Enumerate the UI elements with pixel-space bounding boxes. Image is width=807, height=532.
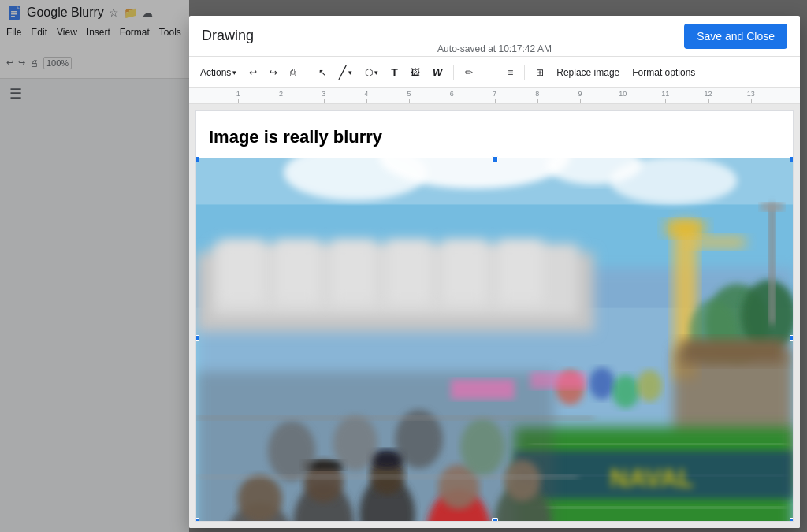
wordart-tool[interactable]: W bbox=[428, 63, 447, 81]
shape-icon: ⬡ bbox=[365, 67, 373, 78]
ruler-number-8: 8 bbox=[535, 90, 539, 98]
canvas-text-label: Image is really blurry bbox=[209, 127, 382, 147]
shape-chevron-icon: ▾ bbox=[374, 69, 378, 76]
selection-handle-mr[interactable] bbox=[790, 335, 794, 341]
image-tool[interactable]: 🖼 bbox=[406, 64, 425, 81]
toolbar-sep-2 bbox=[453, 65, 454, 80]
undo-button[interactable]: ↩ bbox=[244, 64, 262, 81]
drawing-canvas[interactable]: Image is really blurry bbox=[189, 104, 800, 528]
print-icon: ⎙ bbox=[290, 67, 296, 78]
line-style-icon: — bbox=[485, 67, 495, 78]
toolbar-sep-1 bbox=[307, 65, 307, 80]
pen-tool[interactable]: ✏ bbox=[460, 64, 478, 81]
wordart-icon: W bbox=[433, 66, 442, 78]
drawing-modal: Drawing Auto-saved at 10:17:42 AM Save a… bbox=[189, 16, 800, 528]
ruler-number-13: 13 bbox=[747, 90, 755, 98]
modal-title: Drawing bbox=[202, 28, 254, 44]
ruler-number-7: 7 bbox=[493, 90, 496, 98]
pen-icon: ✏ bbox=[465, 67, 473, 78]
format-options-button[interactable]: Format options bbox=[627, 64, 700, 81]
actions-label: Actions bbox=[200, 67, 231, 78]
selection-handle-tc[interactable] bbox=[492, 156, 498, 162]
line-dash-icon: ≡ bbox=[508, 67, 513, 78]
cursor-icon: ↖ bbox=[318, 67, 326, 78]
toolbar-sep-3 bbox=[524, 65, 525, 80]
actions-dropdown[interactable]: Actions ▾ bbox=[195, 64, 241, 81]
ruler-number-9: 9 bbox=[578, 90, 582, 98]
autosave-status: Auto-saved at 10:17:42 AM bbox=[437, 43, 552, 54]
selection-handle-ml[interactable] bbox=[195, 335, 199, 341]
line-chevron-icon: ▾ bbox=[348, 69, 352, 76]
modal-header: Drawing Auto-saved at 10:17:42 AM Save a… bbox=[189, 16, 800, 57]
select-tool[interactable]: ↖ bbox=[314, 64, 331, 81]
selection-handle-br[interactable] bbox=[790, 518, 794, 522]
text-tool[interactable]: T bbox=[386, 63, 403, 82]
format-options-label: Format options bbox=[632, 67, 695, 78]
line-style-tool[interactable]: — bbox=[481, 64, 500, 81]
print-button[interactable]: ⎙ bbox=[285, 64, 300, 81]
selection-handle-tl[interactable] bbox=[195, 156, 199, 162]
line-icon: ╱ bbox=[339, 65, 347, 80]
ruler-number-10: 10 bbox=[619, 90, 627, 98]
crop-tool[interactable]: ⊞ bbox=[531, 64, 549, 81]
redo-icon: ↪ bbox=[270, 67, 277, 78]
save-and-close-button[interactable]: Save and Close bbox=[684, 24, 787, 49]
ruler-number-6: 6 bbox=[450, 90, 454, 98]
image-icon: 🖼 bbox=[411, 67, 420, 78]
ruler-number-11: 11 bbox=[661, 90, 669, 98]
undo-icon: ↩ bbox=[249, 67, 257, 78]
replace-image-label: Replace image bbox=[556, 67, 619, 78]
ruler-number-2: 2 bbox=[279, 90, 283, 98]
ruler-number-3: 3 bbox=[322, 90, 325, 98]
stadium-image[interactable]: NAVAL bbox=[196, 158, 793, 521]
ruler-number-1: 1 bbox=[236, 90, 240, 98]
drawing-toolbar: Actions ▾ ↩ ↪ ⎙ ↖ ╱ ▾ ⬡ ▾ T bbox=[189, 57, 800, 88]
selection-handle-bc[interactable] bbox=[492, 518, 498, 522]
shape-tool[interactable]: ⬡ ▾ bbox=[360, 64, 383, 81]
actions-chevron-icon: ▾ bbox=[232, 69, 236, 76]
selection-handle-tr[interactable] bbox=[790, 156, 794, 162]
line-dash-tool[interactable]: ≡ bbox=[503, 64, 518, 81]
selection-handle-bl[interactable] bbox=[195, 518, 199, 522]
line-tool[interactable]: ╱ ▾ bbox=[334, 61, 357, 83]
ruler-number-4: 4 bbox=[364, 90, 368, 98]
stadium-svg: NAVAL bbox=[196, 158, 793, 521]
drawing-page: Image is really blurry bbox=[195, 110, 794, 522]
crop-icon: ⊞ bbox=[536, 67, 544, 78]
ruler-number-12: 12 bbox=[705, 90, 712, 98]
ruler-number-5: 5 bbox=[407, 90, 411, 98]
replace-image-button[interactable]: Replace image bbox=[552, 64, 624, 81]
drawing-ruler: 12345678910111213 bbox=[189, 88, 800, 104]
redo-button[interactable]: ↪ bbox=[265, 64, 282, 81]
text-tool-icon: T bbox=[391, 66, 398, 79]
